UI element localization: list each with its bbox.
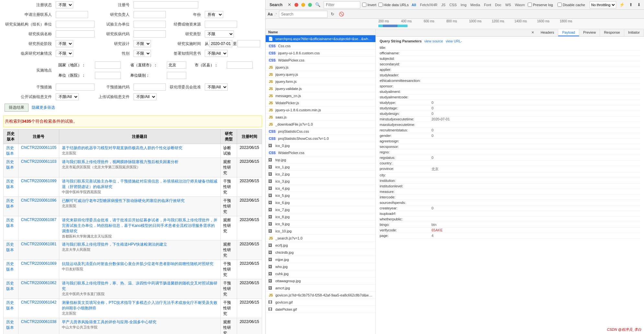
input-contact[interactable] xyxy=(56,11,88,18)
wasm-filter[interactable]: Wasm xyxy=(514,3,526,7)
file-list-item[interactable]: 🖼who.jpg xyxy=(266,263,375,270)
input-country[interactable] xyxy=(95,61,121,69)
file-list-item[interactable]: 📄searchproj.aspx?title=&officialname=&su… xyxy=(266,35,375,42)
file-list-item[interactable]: JSjquery.js xyxy=(266,64,375,71)
input-date-from[interactable] xyxy=(209,40,232,47)
clear-filters-link[interactable]: 隐藏更多筛选 xyxy=(32,105,55,110)
cell-history[interactable]: 历史版本 xyxy=(4,144,18,158)
cell-regno[interactable]: ChiCTR2200061105 xyxy=(18,144,59,158)
file-list-item[interactable]: 🖼ico_7.jpg xyxy=(266,206,375,213)
select-studydesign[interactable]: 不限 xyxy=(133,40,151,47)
select-studystage[interactable]: 不限 xyxy=(56,40,73,47)
file-list-item[interactable]: JSmessages_cn.js xyxy=(266,92,375,99)
search-btn-icon[interactable]: 🔍 xyxy=(314,2,322,8)
file-list-item[interactable]: 🖼ico_3.jpg xyxy=(266,178,375,185)
input-disease[interactable] xyxy=(56,30,95,38)
cell-regno[interactable]: ChiCTR2200061087 xyxy=(18,216,59,240)
input-regno[interactable] xyxy=(133,1,198,8)
file-list-item[interactable]: JSjquery.query.js xyxy=(266,71,375,78)
file-list-item[interactable]: 🖼ico_2.jpg xyxy=(266,171,375,178)
file-list-item[interactable]: 🖼ico_1.jpg xyxy=(266,163,375,171)
file-list-item[interactable]: 🖼ico_8.jpg xyxy=(266,213,375,220)
css-filter[interactable]: CSS xyxy=(448,3,458,7)
cell-history[interactable]: 历史版本 xyxy=(4,299,18,318)
cell-history[interactable]: 历史版本 xyxy=(4,177,18,197)
select-year[interactable]: 所有202220212020 xyxy=(205,11,223,18)
file-list-item[interactable]: 🎞govIcon.gif xyxy=(266,299,375,306)
file-list-item[interactable]: JS_search.js?v=1.0 xyxy=(266,235,375,242)
file-list-item[interactable]: 🖼ico_10.jpg xyxy=(266,228,375,235)
hide-data-urls-checkbox[interactable] xyxy=(378,3,383,7)
cell-regno[interactable]: ChiCTR2200061096 xyxy=(18,197,59,216)
tab-response[interactable]: Response xyxy=(600,29,624,36)
input-province[interactable] xyxy=(167,61,186,69)
file-list-item[interactable]: JSjquery.validate.js xyxy=(266,85,375,92)
file-list-item[interactable]: CSSprojStatisticCss.css xyxy=(266,128,375,135)
file-list-item[interactable]: 🖼top.jpg xyxy=(266,156,375,163)
cell-regno[interactable]: ChiCTR2200061103 xyxy=(18,158,59,177)
detail-close-btn[interactable]: ✕ xyxy=(529,29,537,36)
cell-history[interactable]: 历史版本 xyxy=(4,279,18,299)
throttling-select[interactable]: No throttling xyxy=(590,1,616,8)
file-list-item[interactable]: CSSWdatePicker.css xyxy=(266,149,375,156)
input-sponsor[interactable] xyxy=(133,21,166,28)
tab-initiator[interactable]: Initiator xyxy=(624,29,644,36)
cell-history[interactable]: 历史版本 xyxy=(4,318,18,334)
file-list[interactable]: 📄searchproj.aspx?title=&officialname=&su… xyxy=(266,35,376,313)
fetch-xhr-filter[interactable]: Fetch/XHR xyxy=(419,3,438,7)
img-filter[interactable]: Img xyxy=(460,3,467,7)
cell-regno[interactable]: ChiCTR2200061042 xyxy=(18,299,59,318)
input-funding[interactable] xyxy=(205,21,237,28)
file-list-item[interactable]: 🎞datePicker.gif xyxy=(266,306,375,313)
cell-history[interactable]: 历史版本 xyxy=(4,197,18,216)
tab-preview[interactable]: Preview xyxy=(579,29,600,36)
input-institution-group[interactable] xyxy=(56,21,95,28)
view-source-link[interactable]: view source xyxy=(424,39,443,43)
file-list-item[interactable]: JSWdatePicker.js xyxy=(266,99,375,106)
select-publicfile[interactable]: 不限/All xyxy=(56,93,79,100)
input-city[interactable] xyxy=(227,61,253,69)
export-icon[interactable]: ⬇ xyxy=(636,2,642,8)
preserve-log-checkbox[interactable] xyxy=(528,3,532,7)
input-unitlevel[interactable] xyxy=(167,72,186,79)
file-list-item[interactable]: JSjquery-ui-1.8.6.custom.min.js xyxy=(266,106,375,114)
file-list-item[interactable]: CSSCss.css xyxy=(266,42,375,50)
select-studytype[interactable]: 不限干预性研究观察性研究诊断试验 xyxy=(205,30,234,38)
filter-icon-circle[interactable] xyxy=(308,3,312,7)
file-list-item[interactable]: 🖼chictrdb.jpg xyxy=(266,249,375,256)
filter-input[interactable] xyxy=(326,3,358,7)
select-subjectcondition[interactable]: 不限 xyxy=(56,50,73,57)
regex-toggle[interactable]: .* xyxy=(274,12,277,16)
doc-filter[interactable]: Doc xyxy=(494,3,502,7)
ws-filter[interactable]: WS xyxy=(504,3,512,7)
file-list-item[interactable]: 🖼ico_4.jpg xyxy=(266,185,375,192)
tab-headers[interactable]: Headers xyxy=(537,29,558,36)
cell-history[interactable]: 历史版本 xyxy=(4,240,18,260)
file-list-item[interactable]: 🖼ico_6.jpg xyxy=(266,199,375,206)
file-list-item[interactable]: JSgovicon.js?id=6c3b757d-f258-42af-9aa5-… xyxy=(266,292,375,299)
cell-history[interactable]: 历史版本 xyxy=(4,158,18,177)
input-studyleader[interactable] xyxy=(133,11,166,18)
input-unit[interactable] xyxy=(95,72,121,79)
clear-network-btn[interactable]: 🚫 xyxy=(338,11,345,17)
tab-payload[interactable]: Payload xyxy=(558,29,579,36)
select-gender[interactable]: 不限男女 xyxy=(133,50,151,57)
font-filter[interactable]: Font xyxy=(483,3,492,7)
media-filter[interactable]: Media xyxy=(469,3,481,7)
view-url-link[interactable]: view URL- xyxy=(446,39,462,43)
file-list-item[interactable]: CSSprojStatisticShowCss.css?v=1.0 xyxy=(266,135,375,142)
js-filter[interactable]: JS xyxy=(440,3,446,7)
file-list-item[interactable]: JS_downloadFile.js?v=1.0 xyxy=(266,121,375,128)
select-uploadfile[interactable]: 不限/All xyxy=(133,93,156,100)
disable-cache-checkbox[interactable] xyxy=(558,3,562,7)
file-list-item[interactable]: 🖼ico_0.jpg xyxy=(266,142,375,149)
file-list-item[interactable]: 🖼ico_9.jpg xyxy=(266,220,375,228)
file-list-item[interactable]: CSSjquery-ui-1.8.6.custom.css xyxy=(266,50,375,57)
all-filter-btn[interactable]: All xyxy=(410,3,417,7)
input-intervention[interactable] xyxy=(56,84,95,91)
cell-history[interactable]: 历史版本 xyxy=(4,260,18,279)
file-list-item[interactable]: JSjquery.form.js xyxy=(266,78,375,85)
file-list-item[interactable]: 🖼amcrt.jpg xyxy=(266,284,375,292)
record-stop-btn[interactable] xyxy=(294,3,298,7)
file-list-item[interactable]: CSSWdatePicker.css xyxy=(266,57,375,64)
